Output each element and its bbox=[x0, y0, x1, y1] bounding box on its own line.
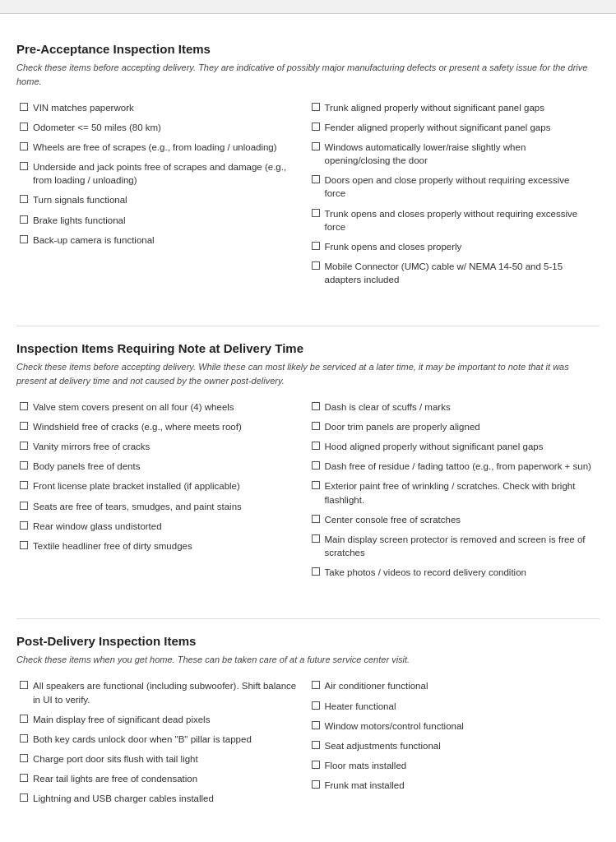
checkbox[interactable] bbox=[20, 103, 28, 111]
checkbox[interactable] bbox=[312, 567, 320, 576]
list-item: Vanity mirrors free of cracks bbox=[16, 437, 308, 456]
checkbox[interactable] bbox=[20, 235, 28, 243]
list-item: Doors open and close properly without re… bbox=[308, 170, 600, 203]
section-desc-pre-acceptance: Check these items before accepting deliv… bbox=[16, 61, 600, 88]
page-title bbox=[0, 0, 616, 14]
item-text: Window motors/control functional bbox=[325, 719, 464, 733]
item-text: Vanity mirrors free of cracks bbox=[33, 440, 150, 453]
checkbox[interactable] bbox=[20, 521, 28, 530]
checkbox[interactable] bbox=[312, 461, 320, 470]
item-text: Rear tail lights are free of condensatio… bbox=[33, 772, 197, 785]
checkbox[interactable] bbox=[20, 481, 28, 489]
list-item: Turn signals functional bbox=[16, 190, 308, 210]
checkbox[interactable] bbox=[312, 721, 320, 729]
item-text: Fender aligned properly without signific… bbox=[325, 121, 551, 134]
item-text: Dash free of residue / fading tattoo (e.… bbox=[325, 460, 591, 473]
list-item: Rear tail lights are free of condensatio… bbox=[16, 769, 308, 789]
list-item: Hood aligned properly without significan… bbox=[308, 437, 600, 456]
list-item: Seat adjustments functional bbox=[308, 736, 600, 756]
list-item: Dash is clear of scuffs / marks bbox=[308, 397, 600, 417]
item-text: Windshield free of cracks (e.g., where m… bbox=[33, 420, 242, 433]
checkbox[interactable] bbox=[312, 741, 320, 749]
item-text: Rear window glass undistorted bbox=[33, 520, 162, 533]
checkbox[interactable] bbox=[312, 534, 320, 543]
checkbox[interactable] bbox=[312, 402, 320, 410]
list-item: Windows automatically lower/raise slight… bbox=[308, 137, 600, 170]
checkbox[interactable] bbox=[20, 142, 28, 150]
item-text: Seat adjustments functional bbox=[325, 739, 441, 752]
checkbox[interactable] bbox=[312, 422, 320, 430]
list-item: Door trim panels are properly aligned bbox=[308, 417, 600, 437]
checkbox[interactable] bbox=[312, 261, 320, 270]
checkbox[interactable] bbox=[20, 461, 28, 470]
checkbox[interactable] bbox=[312, 681, 320, 689]
right-col-delivery-note: Dash is clear of scuffs / marksDoor trim… bbox=[308, 397, 600, 582]
list-item: Brake lights functional bbox=[16, 210, 308, 230]
list-item: Dash free of residue / fading tattoo (e.… bbox=[308, 456, 600, 476]
section-title-delivery-note: Inspection Items Requiring Note at Deliv… bbox=[16, 341, 600, 355]
section-desc-delivery-note: Check these items before accepting deliv… bbox=[16, 360, 600, 387]
item-text: Mobile Connector (UMC) cable w/ NEMA 14-… bbox=[325, 260, 594, 286]
item-text: Both key cards unlock door when "B" pill… bbox=[33, 733, 252, 746]
checkbox[interactable] bbox=[20, 422, 28, 430]
list-item: Frunk mat installed bbox=[308, 775, 600, 795]
checkbox[interactable] bbox=[312, 701, 320, 710]
checkbox[interactable] bbox=[20, 402, 28, 410]
section-title-post-delivery: Post-Delivery Inspection Items bbox=[16, 634, 600, 648]
right-col-pre-acceptance: Trunk aligned properly without significa… bbox=[308, 98, 600, 289]
checkbox[interactable] bbox=[20, 793, 28, 802]
item-text: Door trim panels are properly aligned bbox=[325, 420, 480, 433]
list-item: Trunk opens and closes properly without … bbox=[308, 204, 600, 237]
checkbox[interactable] bbox=[20, 442, 28, 450]
list-item: Window motors/control functional bbox=[308, 716, 600, 736]
item-text: Exterior paint free of wrinkling / scrat… bbox=[325, 479, 594, 506]
list-item: Air conditioner functional bbox=[308, 676, 600, 696]
list-item: Both key cards unlock door when "B" pill… bbox=[16, 729, 308, 749]
checkbox[interactable] bbox=[312, 780, 320, 789]
list-item: Windshield free of cracks (e.g., where m… bbox=[16, 417, 308, 437]
checkbox[interactable] bbox=[20, 215, 28, 224]
checkbox[interactable] bbox=[20, 715, 28, 723]
item-text: Center console free of scratches bbox=[325, 513, 461, 526]
checkbox[interactable] bbox=[20, 681, 28, 689]
item-text: Take photos / videos to record delivery … bbox=[325, 566, 526, 579]
checkbox[interactable] bbox=[312, 123, 320, 131]
checkbox[interactable] bbox=[20, 754, 28, 762]
list-item: Exterior paint free of wrinkling / scrat… bbox=[308, 476, 600, 509]
list-item: Rear window glass undistorted bbox=[16, 516, 308, 536]
checkbox[interactable] bbox=[312, 761, 320, 769]
item-text: Textile headliner free of dirty smudges bbox=[33, 539, 192, 553]
list-item: Underside and jack points free of scrape… bbox=[16, 157, 308, 190]
checklist-grid-post-delivery: All speakers are functional (including s… bbox=[16, 676, 600, 808]
list-item: All speakers are functional (including s… bbox=[16, 676, 308, 709]
checkbox[interactable] bbox=[20, 502, 28, 510]
list-item: Textile headliner free of dirty smudges bbox=[16, 536, 308, 556]
item-text: Valve stem covers present on all four (4… bbox=[33, 400, 234, 414]
checkbox[interactable] bbox=[312, 242, 320, 250]
checkbox[interactable] bbox=[312, 103, 320, 111]
list-item: Valve stem covers present on all four (4… bbox=[16, 397, 308, 417]
checkbox[interactable] bbox=[20, 162, 28, 170]
checkbox[interactable] bbox=[312, 442, 320, 450]
item-text: Underside and jack points free of scrape… bbox=[33, 160, 302, 187]
list-item: Heater functional bbox=[308, 696, 600, 716]
item-text: Charge port door sits flush with tail li… bbox=[33, 752, 198, 766]
item-text: Frunk opens and closes properly bbox=[325, 240, 462, 253]
checkbox[interactable] bbox=[312, 209, 320, 217]
checkbox[interactable] bbox=[20, 734, 28, 743]
checkbox[interactable] bbox=[20, 195, 28, 203]
checkbox[interactable] bbox=[312, 175, 320, 183]
checkbox[interactable] bbox=[312, 142, 320, 150]
main-content: Pre-Acceptance Inspection ItemsCheck the… bbox=[0, 14, 616, 841]
checkbox[interactable] bbox=[312, 481, 320, 489]
checkbox[interactable] bbox=[20, 774, 28, 782]
checkbox[interactable] bbox=[312, 515, 320, 523]
list-item: Back-up camera is functional bbox=[16, 230, 308, 250]
checkbox[interactable] bbox=[20, 541, 28, 549]
left-col-pre-acceptance: VIN matches paperworkOdometer <= 50 mile… bbox=[16, 98, 308, 289]
checkbox[interactable] bbox=[20, 123, 28, 131]
checklist-grid-delivery-note: Valve stem covers present on all four (4… bbox=[16, 397, 600, 582]
list-item: VIN matches paperwork bbox=[16, 98, 308, 118]
item-text: Air conditioner functional bbox=[325, 679, 428, 692]
item-text: Body panels free of dents bbox=[33, 460, 140, 473]
